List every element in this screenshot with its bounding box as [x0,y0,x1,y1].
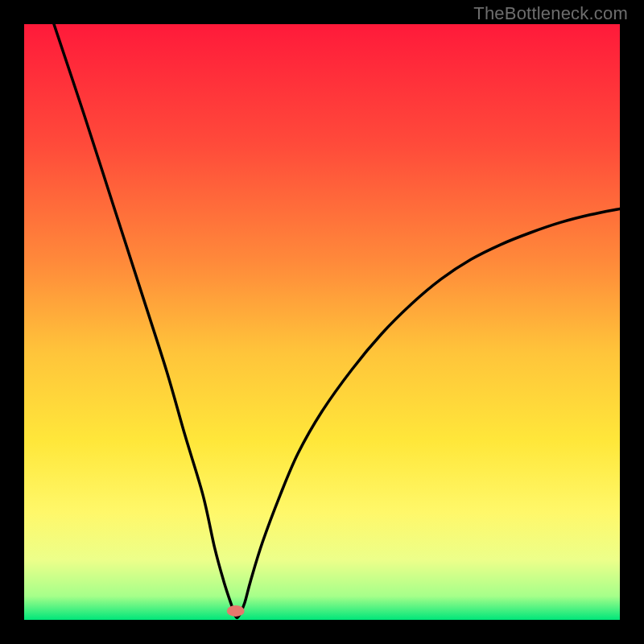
plot-area [24,24,620,620]
bottleneck-chart-svg [24,24,620,620]
chart-frame: TheBottleneck.com [0,0,644,644]
watermark-text: TheBottleneck.com [473,3,628,24]
gradient-background [24,24,620,620]
optimal-point-marker [227,605,245,617]
